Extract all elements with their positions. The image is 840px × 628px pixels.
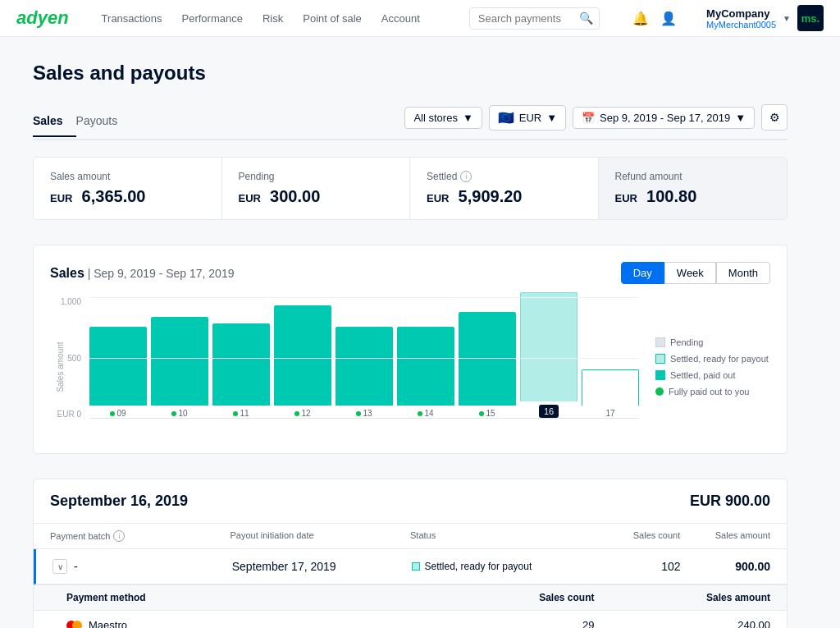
chart-title-area: Sales | Sep 9, 2019 - Sep 17, 2019 <box>50 266 234 281</box>
account-info[interactable]: MyCompany MyMerchant0005 ▼ ms. <box>706 5 824 31</box>
nav-risk[interactable]: Risk <box>262 12 283 25</box>
bar-15 <box>459 312 516 406</box>
legend-settled-paid: Settled, paid out <box>655 370 770 380</box>
header: adyen Transactions Performance Risk Poin… <box>0 0 840 37</box>
detail-total-amount: EUR 900.00 <box>690 493 770 510</box>
nav-pos[interactable]: Point of sale <box>303 12 362 25</box>
settled-value: EUR 5,909.20 <box>427 187 582 206</box>
chart-main: 1,000 500 EUR 0 Sales amount <box>50 297 639 437</box>
refund-currency: EUR <box>615 192 637 204</box>
date-range-label: Sep 9, 2019 - Sep 17, 2019 <box>600 112 730 124</box>
bar-dot-13 <box>356 411 361 416</box>
search-icon: 🔍 <box>579 11 593 25</box>
batch-col: ∨ - <box>52 559 232 574</box>
bar-12 <box>274 305 331 406</box>
expand-button[interactable]: ∨ <box>52 559 67 574</box>
bars-container: 09 10 <box>89 297 639 419</box>
payout-date-col: September 17, 2019 <box>232 560 412 573</box>
grid-line-mid <box>89 358 639 359</box>
store-filter[interactable]: All stores ▼ <box>404 107 482 129</box>
legend-fully-paid: Fully paid out to you <box>655 387 770 397</box>
user-icon[interactable]: 👤 <box>660 11 677 26</box>
brand-logo[interactable]: adyen <box>16 7 69 29</box>
pending-label: Pending <box>239 171 394 182</box>
period-week-button[interactable]: Week <box>664 262 716 284</box>
maestro-circle-orange <box>72 621 82 629</box>
sales-amount-card: Sales amount EUR 6,365.00 <box>34 158 222 219</box>
refund-value: EUR 100.80 <box>615 187 771 206</box>
chart-period: | Sep 9, 2019 - Sep 17, 2019 <box>88 267 235 280</box>
sales-value: 6,365.00 <box>82 187 146 205</box>
col-header-payout-date: Payout initiation date <box>231 530 411 542</box>
nav-transactions[interactable]: Transactions <box>102 12 162 25</box>
refund-card: Refund amount EUR 100.80 <box>599 158 788 219</box>
bar-group-11: 11 <box>212 323 270 418</box>
settled-currency: EUR <box>427 192 449 204</box>
batch-value: - <box>74 560 78 573</box>
pending-value: EUR 300.00 <box>239 187 394 206</box>
sales-amount-value: EUR 6,365.00 <box>50 187 205 206</box>
tab-controls: All stores ▼ 🇪🇺 EUR ▼ 📅 Sep 9, 2019 - Se… <box>404 104 788 139</box>
account-name: MyCompany <box>706 7 776 20</box>
main-content: Sales and payouts Sales Payouts All stor… <box>0 37 820 628</box>
legend-pending-swatch <box>655 337 665 347</box>
bar-label-16: 16 <box>539 405 559 418</box>
detail-date: September 16, 2019 <box>50 493 188 510</box>
sales-amount-col: 900.00 <box>681 560 770 573</box>
grid-line-top <box>89 297 639 298</box>
chart-title: Sales <box>50 266 84 280</box>
bar-11 <box>212 323 270 406</box>
date-range-filter[interactable]: 📅 Sep 9, 2019 - Sep 17, 2019 ▼ <box>573 107 755 129</box>
bar-dot-09 <box>110 411 115 416</box>
maestro-count: 29 <box>418 619 595 628</box>
y-label-mid: 500 <box>67 354 81 363</box>
detail-table-header: Payment batch i Payout initiation date S… <box>34 524 787 549</box>
nav-account[interactable]: Account <box>381 12 420 25</box>
refund-amount: 100.80 <box>646 187 696 205</box>
info-icon[interactable]: i <box>460 171 472 182</box>
currency-filter[interactable]: 🇪🇺 EUR ▼ <box>489 105 566 131</box>
legend-settled-paid-swatch <box>655 370 665 380</box>
bar-13 <box>336 327 393 406</box>
chevron-down-icon: ▼ <box>735 112 746 124</box>
settled-label: Settled i <box>427 171 582 182</box>
avatar: ms. <box>797 5 824 31</box>
sales-currency: EUR <box>50 192 72 204</box>
bar-group-13: 13 <box>336 327 393 418</box>
search-container: 🔍 <box>469 7 600 30</box>
tab-payouts[interactable]: Payouts <box>76 108 131 137</box>
bar-dot-10 <box>171 411 176 416</box>
pm-col-header-method: Payment method <box>66 592 418 603</box>
settings-button[interactable]: ⚙ <box>761 104 788 131</box>
tab-sales[interactable]: Sales <box>33 108 76 137</box>
bar-group-10: 10 <box>151 317 208 418</box>
bar-label-13: 13 <box>356 409 372 418</box>
tabs-bar: Sales Payouts All stores ▼ 🇪🇺 EUR ▼ 📅 Se… <box>33 104 788 140</box>
pm-row-maestro: Maestro 29 240.00 <box>34 611 787 628</box>
bar-09 <box>89 327 147 406</box>
bar-label-09: 09 <box>110 409 126 418</box>
bar-group-16: 16 <box>520 292 578 418</box>
detail-section: September 16, 2019 EUR 900.00 Payment ba… <box>33 479 788 628</box>
detail-header: September 16, 2019 EUR 900.00 <box>34 479 787 524</box>
bar-dot-15 <box>479 411 484 416</box>
bell-icon[interactable]: 🔔 <box>632 11 649 26</box>
tabs: Sales Payouts <box>33 108 130 135</box>
bar-label-11: 11 <box>233 409 249 418</box>
bar-label-15: 15 <box>479 409 495 418</box>
col-header-status: Status <box>410 530 591 542</box>
pm-method-maestro: Maestro <box>66 619 418 628</box>
account-merchant-id: MyMerchant0005 <box>706 20 776 30</box>
col-header-payment-batch: Payment batch i <box>50 530 231 542</box>
col-header-sales-amount: Sales amount <box>680 530 770 542</box>
period-month-button[interactable]: Month <box>716 262 770 284</box>
page-title: Sales and payouts <box>33 62 788 85</box>
pm-col-header-amount: Sales amount <box>595 592 771 603</box>
period-day-button[interactable]: Day <box>621 262 664 284</box>
payment-batch-info-icon[interactable]: i <box>113 530 125 542</box>
period-buttons: Day Week Month <box>621 262 770 284</box>
header-icons: 🔔 👤 <box>632 11 677 26</box>
nav-performance[interactable]: Performance <box>182 12 243 25</box>
account-details: MyCompany MyMerchant0005 <box>706 7 776 30</box>
bar-dot-11 <box>233 411 238 416</box>
